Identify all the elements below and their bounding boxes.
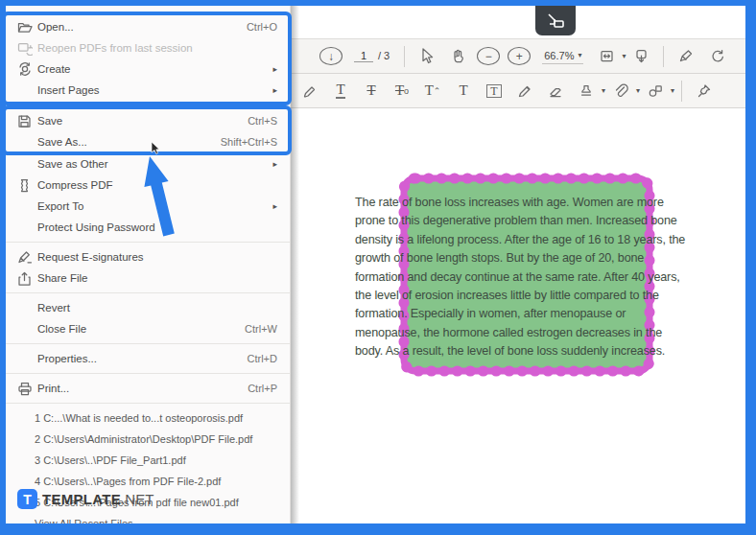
stamp-icon — [579, 83, 594, 99]
menu-item-create[interactable]: Create ▸ — [6, 58, 290, 80]
refresh-view-button[interactable] — [705, 44, 728, 69]
highlight-tool-button[interactable] — [298, 79, 321, 104]
menu-item-properties[interactable]: Properties... Ctrl+D — [6, 348, 290, 369]
stamp-tool-button[interactable] — [575, 79, 598, 104]
menu-item-save-as[interactable]: Save As... Shift+Ctrl+S — [6, 131, 290, 152]
hand-icon — [450, 48, 466, 64]
tab-strip — [291, 6, 745, 38]
eraser-icon — [548, 83, 563, 99]
zoom-in-button[interactable]: + — [508, 47, 531, 65]
menu-separator — [6, 292, 290, 293]
main-toolbar: ↓ 1 / 3 − + 66.7% ▾ — [291, 38, 745, 74]
file-menu-dropdown: Open... Ctrl+O Reopen PDFs from last ses… — [6, 6, 291, 523]
menu-item-insert-pages[interactable]: Insert Pages ▸ — [6, 80, 290, 101]
paragraph-line: The rate of bone loss increases with age… — [355, 194, 685, 212]
acrobat-window: ↓ 1 / 3 − + 66.7% ▾ — [6, 6, 745, 523]
zoom-level-value: 66.7% — [544, 50, 574, 61]
paragraph-line: density is a lifelong process. After the… — [355, 231, 685, 249]
insert-text-icon: T — [425, 83, 434, 98]
menu-separator — [6, 373, 290, 374]
menu-item-compress-pdf[interactable]: Compress PDF — [6, 174, 290, 196]
compress-pdf-icon — [17, 178, 37, 193]
menu-item-protect-password[interactable]: Protect Using Password — [6, 217, 290, 238]
pencil-icon — [517, 83, 532, 99]
recent-file-2[interactable]: 2 C:\Users\Administrator\Desktop\PDF Fil… — [6, 429, 290, 450]
keep-tool-selected-button[interactable] — [693, 79, 716, 104]
reopen-session-icon — [17, 41, 37, 56]
chevron-down-icon[interactable]: ▾ — [602, 87, 605, 95]
submenu-arrow-icon: ▸ — [272, 85, 277, 95]
menu-item-revert[interactable]: Revert — [6, 297, 290, 318]
paragraph-line: menopause, the hormone called estrogen d… — [355, 324, 685, 342]
draw-tool-button[interactable] — [513, 79, 536, 104]
paragraph-line: prone to this degenerative problem than … — [355, 212, 685, 230]
text-box-icon: T — [486, 84, 501, 98]
template-net-logo-icon: T — [17, 489, 37, 509]
highlighter-icon — [302, 83, 318, 99]
text-comment-icon: T — [459, 83, 467, 98]
menu-item-share-file[interactable]: Share File — [6, 268, 290, 289]
fill-sign-button[interactable] — [674, 44, 697, 69]
menu-item-print[interactable]: Print... Ctrl+P — [6, 378, 290, 399]
menu-item-close-file[interactable]: Close File Ctrl+W — [6, 318, 290, 339]
toolbar-divider — [681, 81, 682, 102]
submenu-arrow-icon: ▸ — [272, 201, 277, 211]
page-count-label: / 3 — [378, 50, 390, 61]
toolbar-divider — [663, 46, 664, 67]
attach-tool-button[interactable] — [609, 79, 632, 104]
hand-tool-button[interactable] — [446, 44, 469, 69]
text-box-tool[interactable]: T — [483, 79, 506, 104]
menu-item-save[interactable]: Save Ctrl+S — [6, 110, 290, 131]
chevron-down-icon[interactable]: ▾ — [671, 87, 674, 95]
menu-item-view-all-recent[interactable]: View All Recent Files — [6, 513, 290, 523]
fit-page-button[interactable] — [595, 44, 618, 69]
signature-pen-icon — [678, 48, 695, 64]
screenshot-frame: ↓ 1 / 3 − + 66.7% ▾ — [0, 0, 756, 535]
pdf-page[interactable]: The rate of bone loss increases with age… — [291, 108, 745, 523]
menu-item-export-to[interactable]: Export To ▸ — [6, 196, 290, 217]
create-pdf-icon — [17, 61, 37, 77]
menu-item-save-as-other[interactable]: Save as Other ▸ — [6, 153, 290, 174]
watermark-tld: .NET — [121, 491, 154, 507]
esignature-pen-icon — [17, 250, 37, 265]
page-navigation: 1 / 3 — [354, 50, 390, 62]
erase-tool-button[interactable] — [544, 79, 567, 104]
underline-T-icon: T — [336, 82, 344, 99]
submenu-arrow-icon: ▸ — [272, 159, 277, 169]
document-paragraph: The rate of bone loss increases with age… — [355, 194, 685, 361]
chevron-down-icon[interactable]: ▾ — [636, 87, 640, 95]
share-icon — [17, 271, 37, 286]
replace-text-icon: T — [395, 83, 404, 98]
save-download-circle-icon[interactable]: ↓ — [319, 47, 343, 65]
shapes-tool-button[interactable] — [644, 79, 667, 104]
zoom-level-select[interactable]: 66.7% ▾ — [542, 48, 583, 64]
paragraph-line: body. As a result, the level of bone los… — [355, 342, 685, 361]
chevron-down-icon: ▾ — [578, 52, 581, 59]
screen-capture-icon[interactable] — [535, 6, 576, 35]
print-icon — [17, 382, 37, 396]
watermark-name: TEMPLATE — [42, 491, 121, 507]
strikethrough-text-tool[interactable]: T — [360, 79, 383, 104]
chevron-down-icon[interactable]: ▾ — [622, 53, 626, 60]
paperclip-icon — [613, 83, 628, 99]
toolbar-divider — [404, 46, 405, 67]
current-page-input[interactable]: 1 — [354, 50, 373, 62]
menu-item-request-esignatures[interactable]: Request E-signatures — [6, 246, 290, 268]
pin-icon — [697, 83, 712, 99]
menu-item-open[interactable]: Open... Ctrl+O — [6, 16, 290, 37]
zoom-out-button[interactable]: − — [477, 47, 500, 65]
save-icon — [17, 114, 37, 128]
replace-text-tool[interactable]: To — [390, 79, 413, 104]
open-folder-icon — [17, 20, 37, 35]
select-tool-button[interactable] — [415, 44, 438, 69]
menu-item-reopen-pdfs: Reopen PDFs from last session — [6, 37, 290, 58]
page-scrolling-button[interactable] — [629, 44, 652, 69]
recent-file-1[interactable]: 1 C:...\What is needed to...t osteoporos… — [6, 407, 290, 429]
underline-text-tool[interactable]: T — [329, 79, 352, 104]
paragraph-line: growth of bone length stops. But by the … — [355, 249, 685, 268]
recent-file-3[interactable]: 3 C:\Users\..\PDF File_Part1.pdf — [6, 450, 290, 471]
shrink-into-window-icon — [545, 12, 566, 30]
insert-text-tool[interactable]: T⌃ — [421, 79, 444, 104]
scrolling-page-icon — [633, 48, 650, 65]
add-text-comment-tool[interactable]: T — [452, 79, 475, 104]
